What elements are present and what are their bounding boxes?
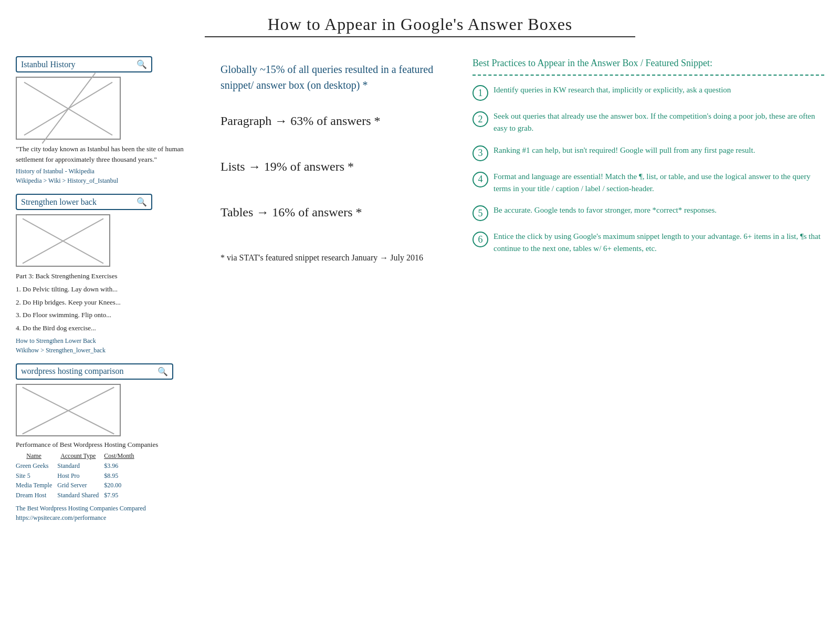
globally-stat: Globally ~15% of all queries resulted in… — [220, 61, 457, 93]
practice-number-2: 2 — [472, 111, 488, 127]
paragraph-stat: Paragraph → 63% of answers * — [220, 114, 457, 128]
col-cost: Cost/Month — [104, 451, 139, 461]
table-title: Performance of Best Wordpress Hosting Co… — [16, 441, 215, 449]
footnote: * via STAT's featured snippet research J… — [220, 251, 457, 265]
practices-list: 1Identify queries in KW research that, i… — [472, 84, 824, 255]
snippet-text-1: "The city today known as Istanbul has be… — [16, 144, 194, 164]
list-item-4: 4. Do the Bird dog exercise... — [16, 323, 215, 334]
search-box-1[interactable]: Istanbul History 🔍 — [16, 56, 152, 72]
practice-number-4: 4 — [472, 172, 488, 187]
content-area: Istanbul History 🔍 "The city today known… — [0, 40, 840, 541]
practice-number-6: 6 — [472, 232, 488, 247]
search-box-3[interactable]: wordpress hosting comparison 🔍 — [16, 363, 173, 380]
practice-text-4: Format and language are essential! Match… — [494, 171, 824, 195]
table-row: Media TempleGrid Server$20.00 — [16, 480, 140, 490]
practice-item-3: 3Ranking #1 can help, but isn't required… — [472, 144, 824, 161]
right-column: Best Practices to Appear in the Answer B… — [457, 51, 824, 531]
list-item-3: 3. Do Floor swimming. Flip onto... — [16, 310, 215, 321]
search-icon-2: 🔍 — [136, 197, 147, 207]
practice-item-5: 5Be accurate. Google tends to favor stro… — [472, 204, 824, 221]
list-source: How to Strengthen Lower Back Wikihow > S… — [16, 336, 215, 355]
practice-number-3: 3 — [472, 145, 488, 161]
table-cell: Standard Shared — [57, 490, 104, 500]
page-wrapper: How to Appear in Google's Answer Boxes I… — [0, 0, 840, 541]
search-text-1: Istanbul History — [21, 60, 136, 69]
list-title: Part 3: Back Strengthening Exercises — [16, 271, 215, 282]
middle-column: Globally ~15% of all queries resulted in… — [215, 51, 457, 531]
table-cell: Grid Server — [57, 480, 104, 490]
title-underline — [205, 36, 635, 37]
table-source: The Best Wordpress Hosting Companies Com… — [16, 504, 215, 522]
image-placeholder-2 — [16, 214, 110, 267]
table-cell: Standard — [57, 461, 104, 471]
practice-item-6: 6Entice the click by using Google's maxi… — [472, 231, 824, 255]
table-row: Site 5Host Pro$8.95 — [16, 471, 140, 481]
dashed-separator — [472, 75, 824, 76]
image-placeholder-3 — [16, 384, 121, 436]
practice-item-2: 2Seek out queries that already use the a… — [472, 110, 824, 135]
lists-stat: Lists → 19% of answers * — [220, 160, 457, 174]
page-title: How to Appear in Google's Answer Boxes — [0, 15, 840, 34]
image-placeholder-1 — [16, 77, 121, 140]
list-item-1: 1. Do Pelvic tilting. Lay down with... — [16, 284, 215, 295]
table-cell: $20.00 — [104, 480, 139, 490]
search-icon-3: 🔍 — [158, 367, 168, 377]
table-body: Green GeeksStandard$3.96Site 5Host Pro$8… — [16, 461, 140, 500]
table-cell: $7.95 — [104, 490, 139, 500]
table-row: Dream HostStandard Shared$7.95 — [16, 490, 140, 500]
practice-number-5: 5 — [472, 205, 488, 221]
practice-text-3: Ranking #1 can help, but isn't required!… — [494, 144, 755, 156]
search-text-3: wordpress hosting comparison — [21, 367, 158, 376]
practice-text-6: Entice the click by using Google's maxim… — [494, 231, 824, 255]
table-cell: Media Temple — [16, 480, 57, 490]
practice-text-5: Be accurate. Google tends to favor stron… — [494, 204, 717, 216]
practice-item-1: 1Identify queries in KW research that, i… — [472, 84, 824, 101]
table-cell: $3.96 — [104, 461, 139, 471]
search-box-2[interactable]: Strengthen lower back 🔍 — [16, 194, 152, 210]
practice-number-1: 1 — [472, 85, 488, 101]
best-practices-title: Best Practices to Appear in the Answer B… — [472, 56, 824, 70]
practice-text-2: Seek out queries that already use the an… — [494, 110, 824, 135]
search-text-2: Strengthen lower back — [21, 197, 136, 207]
table-cell: Host Pro — [57, 471, 104, 481]
tables-stat: Tables → 16% of answers * — [220, 205, 457, 219]
table-cell: Site 5 — [16, 471, 57, 481]
table-row: Green GeeksStandard$3.96 — [16, 461, 140, 471]
practice-item-4: 4Format and language are essential! Matc… — [472, 171, 824, 195]
snippet-source-1a: History of Istanbul - Wikipedia Wikipedi… — [16, 166, 215, 185]
search-icon-1: 🔍 — [136, 59, 147, 69]
title-area: How to Appear in Google's Answer Boxes — [0, 0, 840, 40]
col-name: Name — [16, 451, 57, 461]
table-cell: $8.95 — [104, 471, 139, 481]
table-cell: Dream Host — [16, 490, 57, 500]
practice-text-1: Identify queries in KW research that, im… — [494, 84, 731, 96]
col-type: Account Type — [57, 451, 104, 461]
hosting-table: Name Account Type Cost/Month Green Geeks… — [16, 451, 140, 500]
table-header-row: Name Account Type Cost/Month — [16, 451, 140, 461]
table-cell: Green Geeks — [16, 461, 57, 471]
left-column: Istanbul History 🔍 "The city today known… — [16, 51, 215, 531]
list-item-2: 2. Do Hip bridges. Keep your Knees... — [16, 297, 215, 308]
